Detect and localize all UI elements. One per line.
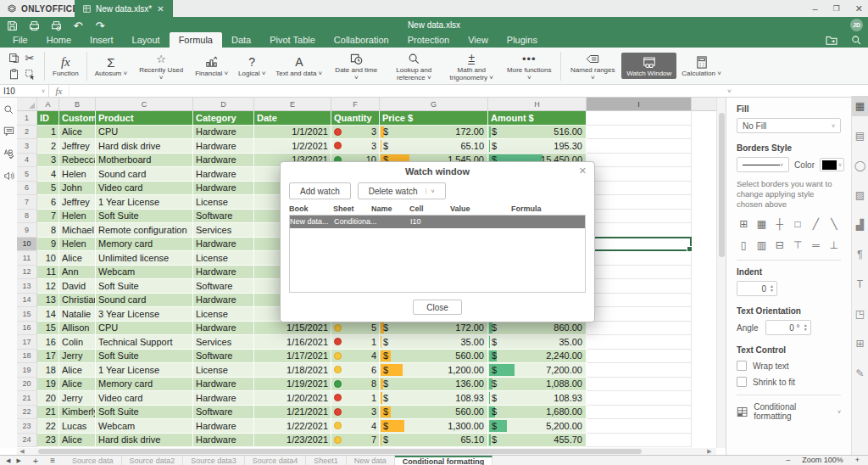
grid-cell[interactable]: Webcam — [96, 266, 193, 280]
border-preset-button[interactable]: ⊥ — [827, 238, 841, 252]
sheet-list-button[interactable]: ≡ — [44, 456, 61, 465]
zoom-in-button[interactable]: + — [855, 456, 860, 464]
price-cell[interactable]: $108.93 — [380, 391, 488, 406]
search-icon[interactable] — [851, 35, 861, 45]
row-header[interactable]: 18 — [17, 350, 37, 364]
row-header[interactable]: 19 — [17, 363, 37, 378]
grid-cell[interactable]: 1/17/2021 — [254, 350, 331, 364]
grid-cell[interactable]: Lucas — [59, 419, 96, 434]
vertical-scrollbar[interactable] — [716, 98, 726, 448]
grid-cell[interactable]: Hardware — [193, 419, 254, 434]
sheet-tab-conditional-formatting[interactable]: Conditional formatting — [395, 456, 493, 465]
grid-cell[interactable] — [587, 434, 692, 448]
grid-cell[interactable] — [587, 363, 692, 378]
sheet-tab-source-data2[interactable]: Source data2 — [122, 456, 184, 465]
grid-cell[interactable]: 3 — [37, 154, 59, 168]
indent-spinner[interactable]: 0▲▼ — [737, 281, 777, 296]
border-preset-button[interactable]: ┼ — [773, 216, 787, 231]
grid-cell[interactable] — [587, 419, 692, 434]
quantity-cell[interactable]: 3 — [331, 139, 380, 154]
grid-cell[interactable]: John — [59, 182, 96, 196]
add-sheet-button[interactable]: + — [27, 456, 44, 465]
column-header-G[interactable]: G — [380, 98, 488, 111]
select-all-corner[interactable] — [17, 98, 37, 111]
insert-function-icon[interactable]: fx — [49, 85, 70, 98]
conditional-formatting-button[interactable]: Conditional formatting ˅ — [737, 402, 841, 421]
grid-cell[interactable]: Jeffrey — [59, 195, 96, 210]
amount-cell[interactable]: $35.00 — [488, 335, 587, 350]
grid-cell[interactable]: 12 — [37, 279, 59, 294]
grid-cell[interactable]: Hardware — [193, 378, 254, 392]
delete-watch-chevron-icon[interactable]: ˅ — [426, 188, 435, 194]
sheet-tab-source-data[interactable]: Source data — [64, 456, 122, 465]
price-cell[interactable]: $560.00 — [380, 350, 488, 364]
border-preset-button[interactable]: ═ — [809, 238, 822, 252]
grid-cell[interactable]: Soft Suite — [96, 406, 193, 420]
row-header[interactable]: 7 — [17, 195, 37, 210]
border-preset-button[interactable]: ▯ — [737, 238, 750, 252]
grid-cell[interactable]: Natalie — [59, 307, 96, 322]
column-header-I[interactable]: I — [587, 98, 692, 111]
grid-cell[interactable]: 2 — [37, 139, 59, 154]
grid-cell[interactable]: Soft Suite — [96, 279, 193, 294]
grid-cell[interactable]: Helen — [59, 238, 96, 252]
amount-cell[interactable]: $455.70 — [488, 434, 587, 448]
column-header-A[interactable]: A — [37, 98, 59, 111]
cell-name-box[interactable]: I10 ˅ — [0, 85, 49, 98]
column-header-H[interactable]: H — [488, 98, 587, 111]
ribbon-button-calculation[interactable]: Calculation ˅ — [676, 53, 726, 79]
row-header[interactable]: 23 — [17, 419, 37, 434]
grid-cell[interactable]: Video card — [96, 391, 193, 406]
grid-cell[interactable]: Allison — [59, 322, 96, 336]
grid-cell[interactable]: Alice — [59, 126, 96, 140]
row-header[interactable]: 12 — [17, 266, 37, 280]
grid-cell[interactable]: Motherboard — [96, 154, 193, 168]
grid-cell[interactable]: 16 — [37, 335, 59, 350]
header-cell[interactable]: Date — [254, 111, 331, 126]
ribbon-button-date-and-time[interactable]: Date and time ˅ — [327, 49, 385, 82]
grid-cell[interactable]: Hardware — [193, 266, 254, 280]
grid-cell[interactable]: Hardware — [193, 139, 254, 154]
grid-cell[interactable]: 23 — [37, 434, 59, 448]
price-cell[interactable]: $1,300.00 — [380, 419, 488, 434]
grid-cell[interactable]: Sound card — [96, 294, 193, 308]
grid-cell[interactable]: Jeffrey — [59, 139, 96, 154]
grid-cell[interactable] — [587, 126, 692, 140]
grid-cell[interactable] — [587, 266, 692, 280]
window-close-button[interactable]: ✕ — [855, 3, 863, 14]
grid-cell[interactable]: 1 — [37, 126, 59, 140]
column-header-E[interactable]: E — [254, 98, 331, 111]
table-settings-icon[interactable]: ▤ — [852, 126, 868, 146]
comments-icon[interactable] — [3, 126, 14, 137]
add-watch-button[interactable]: Add watch — [289, 182, 351, 199]
grid-cell[interactable] — [587, 210, 692, 224]
grid-cell[interactable]: 1/2/2021 — [254, 139, 331, 154]
paragraph-settings-icon[interactable]: ¶ — [852, 244, 868, 265]
grid-cell[interactable]: 11 — [37, 266, 59, 280]
grid-cell[interactable] — [587, 139, 692, 154]
row-header[interactable]: 3 — [17, 139, 37, 154]
grid-cell[interactable]: 21 — [37, 406, 59, 420]
grid-cell[interactable]: 9 — [37, 238, 59, 252]
quantity-cell[interactable]: 7 — [331, 434, 380, 448]
grid-cell[interactable]: Colin — [59, 335, 96, 350]
grid-cell[interactable]: 8 — [37, 223, 59, 238]
grid-cell[interactable]: 1/18/2021 — [254, 363, 331, 378]
row-header[interactable]: 14 — [17, 294, 37, 308]
ribbon-button-recently-used[interactable]: ☆Recently Used ˅ — [132, 49, 190, 82]
grid-cell[interactable]: Christian — [59, 294, 96, 308]
window-minimize-button[interactable]: – — [813, 3, 818, 14]
ribbon-tab-home[interactable]: Home — [37, 32, 81, 48]
grid-cell[interactable]: 1/15/2021 — [254, 322, 331, 336]
spellcheck-icon[interactable] — [3, 148, 14, 159]
amount-cell[interactable]: $516.00 — [488, 126, 587, 140]
grid-cell[interactable]: Helen — [59, 167, 96, 182]
watch-row[interactable]: New data...Conditiona...I10 — [290, 216, 585, 228]
grid-cell[interactable]: Hard disk drive — [96, 139, 193, 154]
grid-cell[interactable]: Jerry — [59, 350, 96, 364]
ribbon-tab-pivot-table[interactable]: Pivot Table — [260, 32, 325, 48]
grid-cell[interactable]: 5 — [37, 182, 59, 196]
header-cell[interactable]: Product — [96, 111, 193, 126]
price-cell[interactable]: $136.00 — [380, 378, 488, 392]
grid-cell[interactable]: License — [193, 307, 254, 322]
